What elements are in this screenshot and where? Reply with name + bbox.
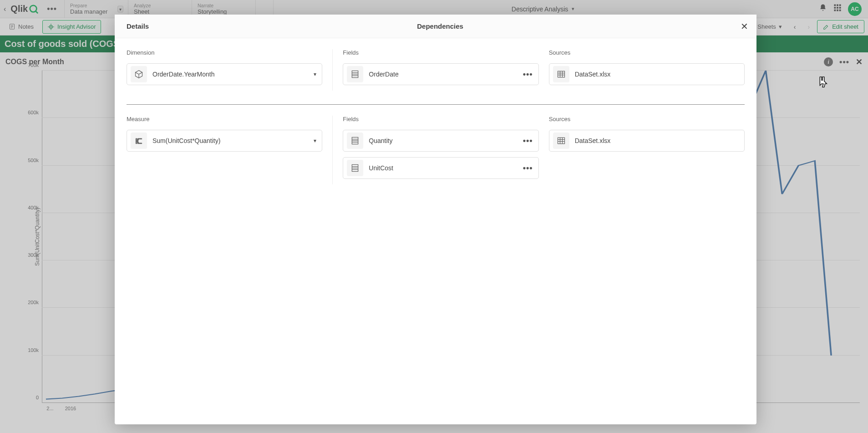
details-modal: Details Dependencies ✕ Dimension OrderDa…: [115, 15, 756, 424]
col-label-sources: Sources: [549, 49, 745, 56]
field-more-icon[interactable]: •••: [523, 163, 533, 173]
col-label-fields: Fields: [343, 49, 538, 56]
dep-row-measure: Measure Sum(UnitCost*Quantity) ▾ Fields …: [127, 104, 745, 198]
table-icon: [553, 132, 569, 149]
col-label-measure: Measure: [127, 116, 322, 122]
field-label: UnitCost: [369, 164, 517, 172]
dimension-card[interactable]: OrderDate.YearMonth ▾: [127, 63, 322, 85]
chevron-down-icon: ▾: [314, 71, 316, 77]
field-icon: [347, 160, 363, 176]
source-card[interactable]: DataSet.xlsx: [549, 63, 745, 85]
field-label: Quantity: [369, 137, 517, 144]
cube-icon: [131, 66, 147, 82]
svg-rect-41: [558, 138, 564, 143]
modal-body: Dimension OrderDate.YearMonth ▾ Fields O…: [115, 38, 756, 424]
field-card[interactable]: UnitCost •••: [343, 157, 538, 179]
field-icon: [347, 132, 363, 149]
field-icon: [347, 66, 363, 82]
field-card[interactable]: OrderDate •••: [343, 63, 538, 85]
source-card[interactable]: DataSet.xlsx: [549, 130, 745, 152]
source-label: DataSet.xlsx: [575, 71, 739, 78]
dimension-label: OrderDate.YearMonth: [152, 71, 308, 78]
dep-row-dimension: Dimension OrderDate.YearMonth ▾ Fields O…: [127, 49, 745, 104]
measure-label: Sum(UnitCost*Quantity): [152, 137, 308, 144]
col-label-dimension: Dimension: [127, 49, 322, 56]
modal-details-heading: Details: [127, 22, 417, 30]
field-card[interactable]: Quantity •••: [343, 130, 538, 152]
fx-icon: [131, 132, 147, 149]
col-label-sources: Sources: [549, 116, 745, 122]
col-label-fields: Fields: [343, 116, 538, 122]
modal-deps-heading: Dependencies: [417, 22, 463, 30]
field-more-icon[interactable]: •••: [523, 70, 533, 79]
modal-header: Details Dependencies ✕: [115, 15, 756, 38]
field-more-icon[interactable]: •••: [523, 136, 533, 146]
source-label: DataSet.xlsx: [575, 137, 739, 144]
table-icon: [553, 66, 569, 82]
svg-rect-28: [558, 71, 564, 77]
close-icon[interactable]: ✕: [741, 21, 748, 32]
chevron-down-icon: ▾: [314, 138, 316, 144]
field-label: OrderDate: [369, 71, 517, 78]
measure-card[interactable]: Sum(UnitCost*Quantity) ▾: [127, 130, 322, 152]
